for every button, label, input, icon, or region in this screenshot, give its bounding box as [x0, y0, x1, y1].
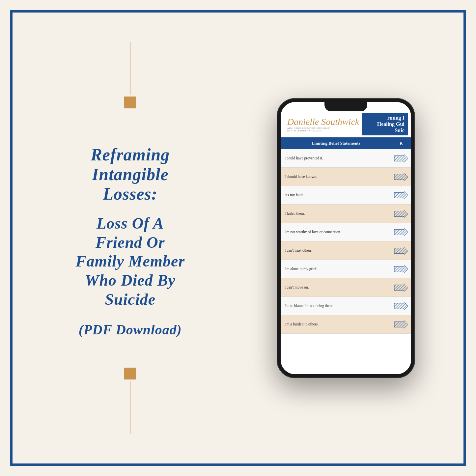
left-panel: Reframing Intangible Losses: Loss of a F…	[32, 32, 228, 444]
svg-marker-15	[394, 283, 408, 292]
svg-marker-13	[394, 265, 408, 273]
vertical-line-top	[130, 42, 130, 95]
table-row: I'm not worthy of love or connection.	[281, 223, 411, 241]
arrow-icon	[391, 263, 411, 275]
diamond-bottom	[124, 368, 136, 379]
arrow-icon	[391, 171, 411, 183]
phone-notch	[324, 102, 367, 111]
title-block: Reframing Intangible Losses: Loss of a F…	[69, 125, 191, 351]
table-row: I'm to blame for not being there.	[281, 297, 411, 315]
ds-sub2: DANIELLESOUTHWICK.COM	[287, 129, 322, 132]
belief-text: I can't trust others.	[281, 245, 391, 256]
svg-marker-9	[394, 228, 408, 236]
main-title: Reframing Intangible Losses:	[75, 145, 185, 204]
table-header-row: Limiting Belief Statements R	[281, 137, 411, 149]
belief-text: I can't move on.	[281, 282, 391, 293]
table-body: I could have prevented it. I should have…	[281, 149, 411, 334]
pdf-label: (PDF Download)	[75, 322, 185, 338]
svg-marker-19	[394, 320, 408, 328]
arrow-icon	[391, 245, 411, 257]
belief-text: I should have known.	[281, 172, 391, 182]
belief-text: I could have prevented it.	[281, 153, 391, 163]
table-row: I should have known.	[281, 168, 411, 186]
arrow-icon	[391, 300, 411, 312]
table-row: It's my fault.	[281, 186, 411, 205]
svg-marker-3	[394, 173, 408, 181]
svg-marker-17	[394, 302, 408, 310]
vertical-line-bottom	[130, 381, 130, 434]
arrow-icon	[391, 226, 411, 238]
belief-text: I'm to blame for not being there.	[281, 301, 391, 311]
arrow-icon	[391, 282, 411, 294]
phone-screen: Danielle Southwick ADV. GRIEF RECOVERY S…	[281, 102, 411, 374]
belief-text: I'm a burden to others.	[281, 319, 391, 329]
arrow-icon	[391, 208, 411, 220]
belief-text: I'm not worthy of love or connection.	[281, 227, 391, 237]
svg-marker-1	[394, 154, 408, 162]
diamond-top	[124, 97, 136, 108]
phone-mockup: Danielle Southwick ADV. GRIEF RECOVERY S…	[277, 98, 415, 378]
belief-text: It's my fault.	[281, 190, 391, 200]
table-row: I'm alone in my grief.	[281, 260, 411, 278]
right-panel: Danielle Southwick ADV. GRIEF RECOVERY S…	[248, 32, 444, 444]
belief-table: Limiting Belief Statements R I could hav…	[281, 137, 411, 334]
belief-text: I failed them.	[281, 209, 391, 219]
th-belief: Limiting Belief Statements	[281, 137, 391, 149]
ds-logo: Danielle Southwick	[287, 116, 359, 127]
content-wrapper: Reframing Intangible Losses: Loss of a F…	[13, 13, 463, 463]
table-row: I can't move on.	[281, 278, 411, 297]
ds-sub1: ADV. GRIEF RECOVERY SPECIALIST	[287, 127, 331, 129]
svg-marker-5	[394, 191, 408, 199]
arrow-icon	[391, 153, 411, 164]
header-title-area: rming IHealing GuiSuic	[362, 113, 407, 136]
table-row: I failed them.	[281, 205, 411, 223]
sub-title: Loss of a Friend or Family Member Who Di…	[75, 214, 185, 309]
phone-inner: Danielle Southwick ADV. GRIEF RECOVERY S…	[281, 102, 411, 374]
ds-logo-area: Danielle Southwick ADV. GRIEF RECOVERY S…	[284, 116, 359, 132]
th-r: R	[391, 137, 411, 149]
svg-marker-11	[394, 246, 408, 255]
arrow-icon	[391, 319, 411, 330]
svg-marker-7	[394, 210, 408, 218]
arrow-icon	[391, 189, 411, 201]
header-title-text: rming IHealing GuiSuic	[365, 115, 404, 134]
table-row: I could have prevented it.	[281, 149, 411, 168]
table-row: I'm a burden to others.	[281, 315, 411, 334]
phone-outer: Danielle Southwick ADV. GRIEF RECOVERY S…	[277, 98, 415, 378]
table-row: I can't trust others.	[281, 241, 411, 260]
outer-border: Reframing Intangible Losses: Loss of a F…	[10, 10, 466, 466]
belief-text: I'm alone in my grief.	[281, 264, 391, 274]
